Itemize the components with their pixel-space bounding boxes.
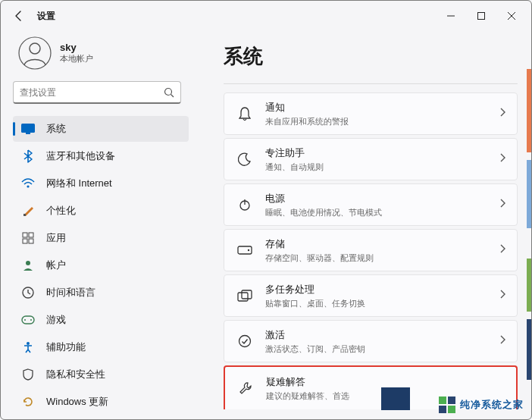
chevron-right-icon [499, 198, 506, 212]
body: sky 本地帐户 系统 [1, 31, 531, 419]
sidebar-item-system[interactable]: 系统 [13, 116, 189, 142]
svg-rect-13 [29, 239, 33, 243]
edge-decoration [527, 319, 531, 380]
paintbrush-icon [20, 203, 36, 218]
watermark-logo-icon [439, 396, 455, 413]
maximize-button[interactable] [466, 5, 496, 27]
sidebar-item-label: 应用 [46, 231, 66, 245]
close-icon [507, 11, 516, 20]
svg-point-17 [24, 319, 26, 321]
sidebar-item-label: 个性化 [46, 204, 76, 218]
search-box[interactable] [13, 81, 181, 104]
setting-item-activation[interactable]: 激活 激活状态、订阅、产品密钥 [224, 320, 518, 362]
moon-icon [236, 151, 253, 168]
previous-item-edge [224, 83, 518, 88]
wrench-icon [237, 380, 254, 396]
setting-title: 多任务处理 [265, 283, 499, 296]
chevron-right-icon [499, 243, 506, 257]
multitask-icon [236, 287, 253, 304]
chevron-right-icon [499, 152, 506, 166]
setting-title: 专注助手 [265, 146, 499, 160]
account-block[interactable]: sky 本地帐户 [13, 36, 189, 71]
svg-rect-9 [23, 214, 26, 216]
setting-title: 电源 [265, 192, 499, 205]
window-title: 设置 [37, 10, 55, 23]
sidebar-item-windows-update[interactable]: Windows 更新 [13, 389, 189, 415]
sidebar-item-personalization[interactable]: 个性化 [13, 198, 189, 224]
account-name: sky [60, 42, 93, 53]
sidebar-item-time-language[interactable]: 时间和语言 [13, 280, 189, 306]
sidebar-item-accessibility[interactable]: 辅助功能 [13, 334, 189, 360]
system-icon [20, 121, 36, 136]
sidebar: sky 本地帐户 系统 [1, 31, 189, 419]
gaming-icon [20, 312, 36, 328]
sidebar-item-apps[interactable]: 应用 [13, 225, 189, 251]
svg-point-26 [239, 336, 251, 347]
setting-item-multitasking[interactable]: 多任务处理 贴靠窗口、桌面、任务切换 [224, 274, 518, 317]
svg-point-2 [19, 37, 51, 69]
chevron-right-icon [499, 334, 506, 348]
arrow-left-icon [13, 10, 25, 22]
setting-item-storage[interactable]: 存储 存储空间、驱动器、配置规则 [224, 229, 518, 271]
bluetooth-icon [20, 149, 36, 164]
chevron-right-icon [499, 289, 506, 302]
setting-item-notifications[interactable]: 通知 来自应用和系统的警报 [224, 92, 518, 135]
sidebar-item-label: 帐户 [46, 259, 66, 272]
svg-rect-6 [21, 124, 35, 133]
setting-item-power[interactable]: 电源 睡眠、电池使用情况、节电模式 [224, 183, 518, 226]
account-type: 本地帐户 [60, 53, 93, 64]
svg-point-19 [27, 342, 30, 345]
setting-subtitle: 通知、自动规则 [265, 161, 499, 173]
sidebar-item-label: Windows 更新 [46, 395, 108, 409]
chevron-right-icon [499, 107, 506, 121]
accessibility-icon [20, 340, 36, 355]
setting-subtitle: 来自应用和系统的警报 [265, 116, 499, 127]
search-icon [164, 87, 174, 98]
sidebar-item-label: 游戏 [46, 313, 66, 327]
clock-icon [20, 285, 36, 300]
svg-line-5 [171, 94, 174, 97]
setting-item-focus-assist[interactable]: 专注助手 通知、自动规则 [224, 138, 518, 180]
window-controls [436, 5, 527, 27]
svg-point-4 [165, 88, 172, 95]
setting-title: 存储 [265, 237, 499, 251]
sidebar-nav: 系统 蓝牙和其他设备 网络和 Internet [13, 116, 189, 415]
svg-point-3 [30, 43, 40, 54]
sidebar-item-privacy[interactable]: 隐私和安全性 [13, 362, 189, 387]
sidebar-item-label: 蓝牙和其他设备 [46, 149, 115, 163]
setting-title: 通知 [265, 101, 499, 114]
activation-icon [236, 333, 253, 349]
search-input[interactable] [20, 87, 164, 98]
overlay-occlusion [381, 387, 410, 410]
shield-icon [20, 367, 36, 382]
minimize-button[interactable] [436, 5, 466, 27]
sidebar-item-bluetooth[interactable]: 蓝牙和其他设备 [13, 143, 189, 169]
sidebar-item-gaming[interactable]: 游戏 [13, 307, 189, 333]
bell-icon [236, 105, 253, 122]
edge-decoration [527, 259, 531, 312]
page-title: 系统 [224, 43, 518, 70]
minimize-icon [446, 11, 455, 20]
settings-window: 设置 [0, 0, 532, 420]
watermark: 纯净系统之家 [439, 396, 524, 413]
back-button[interactable] [8, 5, 30, 27]
svg-rect-11 [29, 233, 33, 237]
setting-subtitle: 激活状态、订阅、产品密钥 [265, 343, 499, 355]
avatar [17, 36, 52, 71]
sidebar-item-network[interactable]: 网络和 Internet [13, 171, 189, 196]
apps-icon [20, 230, 36, 246]
setting-subtitle: 贴靠窗口、桌面、任务切换 [265, 298, 499, 309]
accounts-icon [20, 258, 36, 273]
maximize-icon [477, 11, 486, 20]
close-button[interactable] [496, 5, 527, 27]
power-icon [236, 196, 253, 213]
sidebar-item-accounts[interactable]: 帐户 [13, 252, 189, 278]
svg-point-8 [27, 185, 29, 187]
svg-rect-16 [22, 316, 34, 324]
setting-title: 疑难解答 [266, 375, 505, 389]
sidebar-item-label: 系统 [46, 122, 66, 136]
storage-icon [236, 242, 253, 259]
setting-subtitle: 睡眠、电池使用情况、节电模式 [265, 207, 499, 218]
edge-decoration [527, 160, 531, 228]
sidebar-item-label: 隐私和安全性 [46, 368, 105, 381]
